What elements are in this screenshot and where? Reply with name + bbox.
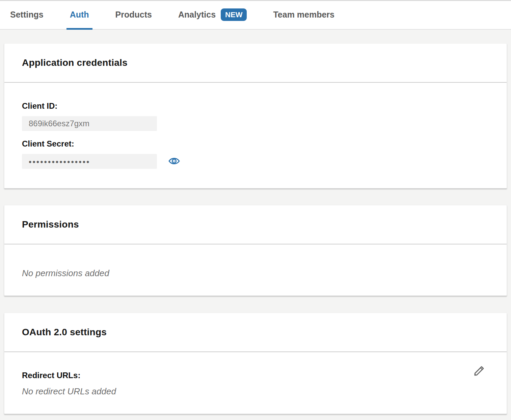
client-id-label: Client ID: xyxy=(22,101,489,111)
show-secret-button[interactable] xyxy=(168,156,180,167)
permissions-title: Permissions xyxy=(22,219,79,230)
tab-settings-label: Settings xyxy=(10,10,44,20)
oauth-settings-body: Redirect URLs: No redirect URLs added xyxy=(4,352,507,414)
redirect-urls-empty-text: No redirect URLs added xyxy=(22,386,489,397)
application-credentials-card: Application credentials Client ID: Clien… xyxy=(4,43,507,188)
tab-auth[interactable]: Auth xyxy=(66,1,92,30)
permissions-empty-text: No permissions added xyxy=(22,268,489,279)
edit-redirect-urls-button[interactable] xyxy=(472,364,486,379)
tab-bar: Settings Auth Products Analytics NEW Tea… xyxy=(0,0,511,30)
client-secret-row xyxy=(22,154,489,169)
new-badge: NEW xyxy=(221,8,247,21)
permissions-body: No permissions added xyxy=(4,244,507,295)
client-id-field-group: Client ID: xyxy=(22,101,489,131)
oauth-settings-header: OAuth 2.0 settings xyxy=(4,313,507,352)
permissions-card: Permissions No permissions added xyxy=(4,205,507,296)
application-credentials-body: Client ID: Client Secret: xyxy=(4,83,507,188)
tab-team-members-label: Team members xyxy=(273,10,334,20)
application-credentials-title: Application credentials xyxy=(22,57,128,68)
tab-analytics[interactable]: Analytics NEW xyxy=(175,1,250,30)
tab-products-label: Products xyxy=(115,10,152,20)
application-credentials-header: Application credentials xyxy=(4,44,507,83)
oauth-settings-title: OAuth 2.0 settings xyxy=(22,327,107,338)
oauth-settings-card: OAuth 2.0 settings Redirect URLs: No red… xyxy=(4,313,507,414)
tab-auth-label: Auth xyxy=(70,10,89,20)
permissions-header: Permissions xyxy=(4,205,507,244)
tab-team-members[interactable]: Team members xyxy=(270,1,338,30)
client-secret-input[interactable] xyxy=(22,154,157,169)
eye-icon xyxy=(168,156,180,167)
pencil-icon xyxy=(472,364,486,379)
redirect-urls-label: Redirect URLs: xyxy=(22,371,489,380)
client-secret-label: Client Secret: xyxy=(22,139,489,149)
client-id-input[interactable] xyxy=(22,116,157,131)
client-secret-field-group: Client Secret: xyxy=(22,139,489,169)
tab-analytics-label: Analytics xyxy=(178,10,216,20)
tab-settings[interactable]: Settings xyxy=(7,1,47,30)
tab-products[interactable]: Products xyxy=(112,1,155,30)
